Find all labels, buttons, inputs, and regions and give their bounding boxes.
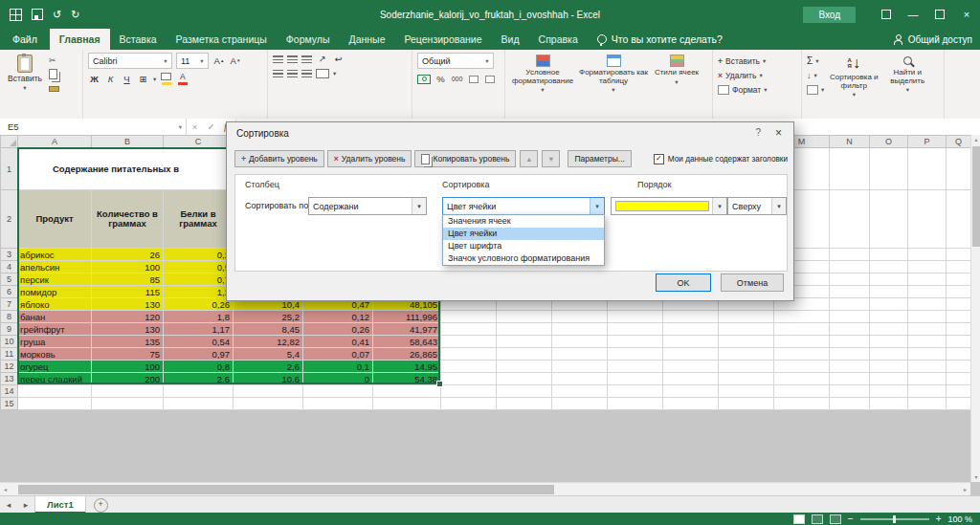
grid-cell[interactable]	[663, 323, 719, 336]
zoom-slider-thumb[interactable]	[893, 515, 896, 523]
share-button[interactable]: Общий доступ	[894, 29, 972, 50]
conditional-formatting-button[interactable]: Условное форматирование ▾	[510, 53, 575, 104]
grid-cell[interactable]	[497, 311, 552, 323]
grid-cell[interactable]	[947, 261, 971, 273]
value-cell[interactable]: 10,6	[234, 373, 303, 385]
sheet-nav-left-icon[interactable]: ◂	[0, 496, 17, 514]
grid-cell[interactable]	[552, 385, 608, 398]
grid-cell[interactable]	[441, 311, 497, 323]
grid-cell[interactable]	[830, 311, 870, 323]
copy-level-button[interactable]: Копировать уровень	[414, 150, 516, 167]
ribbon-tab-file[interactable]: Файл	[0, 29, 50, 50]
grid-cell[interactable]	[92, 385, 164, 398]
insert-cells-button[interactable]: + Вставить ▾	[718, 55, 767, 67]
grid-cell[interactable]	[830, 373, 870, 385]
column-header-C[interactable]: C	[164, 136, 234, 148]
grid-cell[interactable]	[947, 286, 971, 298]
sort-filter-button[interactable]: АЯ ↓ Сортировка и фильтр ▾	[828, 53, 880, 104]
column-header-Q[interactable]: Q	[947, 136, 971, 148]
merge-center-icon[interactable]	[316, 69, 329, 78]
my-data-has-headers-checkbox[interactable]: ✓ Мои данные содержат заголовки	[654, 154, 788, 164]
underline-button[interactable]: Ч	[121, 73, 133, 85]
sheet-tab-list1[interactable]: Лист1	[34, 496, 86, 514]
grid-cell[interactable]	[719, 361, 774, 373]
value-cell[interactable]: 0	[303, 373, 373, 385]
page-layout-view-icon[interactable]	[812, 514, 823, 524]
grid-cell[interactable]	[908, 385, 947, 398]
grid-cell[interactable]	[608, 361, 663, 373]
grid-cell[interactable]	[947, 311, 971, 323]
product-cell[interactable]: грейпфрут	[18, 323, 92, 336]
grid-cell[interactable]	[870, 323, 908, 336]
value-cell[interactable]: 100	[92, 261, 164, 273]
value-cell[interactable]: 26	[92, 249, 164, 261]
currency-format-icon[interactable]	[417, 73, 431, 85]
shrink-font-button[interactable]: А▾	[229, 55, 241, 67]
product-cell[interactable]: морковь	[18, 348, 92, 361]
value-cell[interactable]: 2,6	[164, 373, 234, 385]
grid-cell[interactable]	[830, 249, 870, 261]
enter-icon[interactable]: ✓	[203, 121, 219, 132]
row-header-12[interactable]: 12	[1, 361, 18, 373]
add-level-button[interactable]: + Добавить уровень	[234, 150, 324, 167]
move-level-up-button[interactable]: ▴	[520, 150, 538, 167]
grid-cell[interactable]	[830, 273, 870, 286]
scroll-down-icon[interactable]: ▾	[974, 472, 977, 482]
add-sheet-button[interactable]: +	[94, 498, 108, 513]
product-cell[interactable]: абрикос	[18, 249, 92, 261]
grid-cell[interactable]	[830, 261, 870, 273]
find-select-button[interactable]: Найти и выделить ▾	[883, 53, 931, 104]
value-cell[interactable]: 120	[92, 311, 164, 323]
grid-cell[interactable]	[497, 361, 552, 373]
grid-cell[interactable]	[552, 311, 608, 323]
grid-cell[interactable]	[947, 398, 971, 410]
column-header-A[interactable]: A	[18, 136, 92, 148]
horizontal-scrollbar[interactable]: ◂ ▸	[0, 482, 970, 495]
grid-cell[interactable]	[608, 336, 663, 348]
align-top-icon[interactable]	[273, 55, 283, 63]
value-cell[interactable]: 0,26	[164, 298, 234, 311]
grid-cell[interactable]	[870, 385, 908, 398]
scroll-right-icon[interactable]: ▸	[964, 485, 967, 494]
grid-cell[interactable]	[908, 348, 947, 361]
value-cell[interactable]: 0,07	[303, 348, 373, 361]
dropdown-option[interactable]: Цвет ячейки	[443, 228, 604, 240]
grid-cell[interactable]	[830, 348, 870, 361]
grid-cell[interactable]	[497, 373, 552, 385]
grid-cell[interactable]	[947, 348, 971, 361]
grid-cell[interactable]	[552, 323, 608, 336]
row-header-11[interactable]: 11	[1, 348, 18, 361]
grid-cell[interactable]	[774, 336, 830, 348]
grid-cell[interactable]	[830, 336, 870, 348]
grid-cell[interactable]	[441, 361, 497, 373]
zoom-level[interactable]: 100 %	[947, 514, 972, 524]
grid-cell[interactable]	[830, 398, 870, 410]
grid-cell[interactable]	[441, 398, 497, 410]
value-cell[interactable]: 26,865	[373, 348, 441, 361]
grid-cell[interactable]	[719, 323, 774, 336]
grid-cell[interactable]	[608, 323, 663, 336]
align-middle-icon[interactable]	[287, 55, 298, 63]
grid-cell[interactable]	[719, 385, 774, 398]
font-name-select[interactable]: Calibri ▾	[88, 53, 172, 69]
value-cell[interactable]: 0,7	[164, 273, 234, 286]
grid-cell[interactable]	[908, 286, 947, 298]
fill-handle[interactable]	[436, 381, 443, 387]
grid-cell[interactable]	[774, 398, 830, 410]
grid-cell[interactable]	[92, 398, 164, 410]
close-icon[interactable]: ×	[775, 126, 782, 140]
help-icon[interactable]: ?	[755, 127, 761, 138]
value-cell[interactable]: 0,54	[164, 336, 234, 348]
sheet-nav-right-icon[interactable]: ▸	[17, 496, 34, 514]
grid-cell[interactable]	[908, 261, 947, 273]
align-left-icon[interactable]	[273, 70, 283, 77]
options-button[interactable]: Параметры...	[568, 150, 631, 167]
value-cell[interactable]: 58,643	[373, 336, 441, 348]
grid-cell[interactable]	[608, 311, 663, 323]
grid-cell[interactable]	[947, 385, 971, 398]
ribbon-tab-data[interactable]: Данные	[340, 29, 395, 50]
dropdown-option[interactable]: Значения ячеек	[443, 215, 604, 228]
grid-cell[interactable]	[552, 373, 608, 385]
row-header-9[interactable]: 9	[1, 323, 18, 336]
grid-cell[interactable]	[830, 323, 870, 336]
